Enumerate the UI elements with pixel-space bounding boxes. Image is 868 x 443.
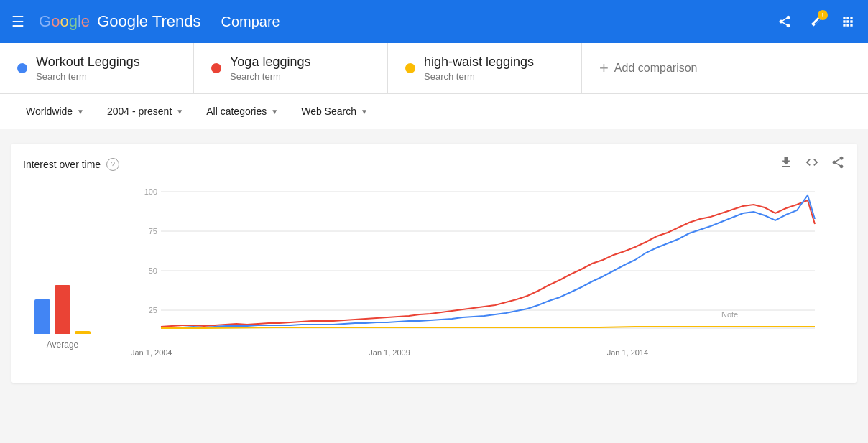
highwaist-leggings-name: high-waist leggings xyxy=(424,55,534,70)
avg-bar-yoga xyxy=(55,285,70,334)
notification-icon[interactable]: ! xyxy=(808,13,825,30)
category-filter[interactable]: All categories ▼ xyxy=(198,100,287,123)
search-terms-bar: Workout Leggings Search term Yoga leggin… xyxy=(0,43,868,94)
region-filter[interactable]: Worldwide ▼ xyxy=(17,100,93,123)
chart-title-area: Interest over time ? xyxy=(23,158,119,171)
x-label-2004: Jan 1, 2004 xyxy=(131,348,172,357)
chart-header: Interest over time ? xyxy=(23,155,845,173)
x-axis-labels: Jan 1, 2004 Jan 1, 2009 Jan 1, 2014 xyxy=(102,348,845,357)
avg-label: Average xyxy=(47,340,78,350)
add-comparison-label: Add comparison xyxy=(614,62,698,75)
x-label-2014: Jan 1, 2014 xyxy=(607,348,649,357)
svg-text:50: 50 xyxy=(149,266,157,275)
chart-help-icon[interactable]: ? xyxy=(106,158,119,171)
main-content: Interest over time ? xyxy=(0,129,868,397)
avg-bar-workout xyxy=(34,299,50,334)
trend-chart-svg: 100 75 50 25 Note xyxy=(102,185,845,342)
svg-text:75: 75 xyxy=(149,227,157,236)
yoga-leggings-name: Yoga leggings xyxy=(230,55,310,70)
category-filter-label: All categories xyxy=(206,106,267,117)
chart-main: 100 75 50 25 Note Jan 1, 2004 J xyxy=(102,185,845,371)
add-comparison-button[interactable]: + Add comparison xyxy=(582,47,714,89)
chart-area: Average 100 75 50 25 xyxy=(23,185,845,371)
note-text: Note xyxy=(721,310,738,319)
search-type-filter[interactable]: Web Search ▼ xyxy=(292,100,377,123)
menu-icon[interactable]: ☰ xyxy=(11,13,24,30)
download-icon[interactable] xyxy=(779,155,793,173)
workout-leggings-name: Workout Leggings xyxy=(36,55,140,70)
search-type-filter-label: Web Search xyxy=(301,106,356,117)
embed-icon[interactable] xyxy=(805,155,819,173)
chart-section: Interest over time ? xyxy=(11,144,857,383)
yoga-leggings-line xyxy=(161,200,815,327)
search-type-filter-arrow: ▼ xyxy=(361,108,368,116)
average-bars xyxy=(34,276,91,334)
highwaist-leggings-dot xyxy=(405,63,415,73)
time-filter-label: 2004 - present xyxy=(107,106,172,117)
svg-text:25: 25 xyxy=(149,306,157,314)
header-icons: ! xyxy=(776,13,857,30)
chart-actions xyxy=(779,155,845,173)
yoga-leggings-dot xyxy=(211,63,221,73)
region-filter-label: Worldwide xyxy=(26,106,73,117)
logo: Google Google Trends xyxy=(39,12,200,31)
avg-bar-highwaist xyxy=(75,331,91,334)
workout-leggings-dot xyxy=(17,63,27,73)
time-filter[interactable]: 2004 - present ▼ xyxy=(98,100,192,123)
filter-bar: Worldwide ▼ 2004 - present ▼ All categor… xyxy=(0,94,868,129)
add-comparison-plus-icon: + xyxy=(599,59,609,78)
chart-left-panel: Average xyxy=(23,185,102,371)
share-chart-icon[interactable] xyxy=(831,155,845,173)
compare-label: Compare xyxy=(221,14,280,30)
share-icon[interactable] xyxy=(776,13,793,30)
search-term-yoga-leggings[interactable]: Yoga leggings Search term xyxy=(194,43,388,93)
x-label-2009: Jan 1, 2009 xyxy=(369,348,410,357)
time-filter-arrow: ▼ xyxy=(176,108,183,116)
category-filter-arrow: ▼ xyxy=(271,108,278,116)
search-term-highwaist-leggings[interactable]: high-waist leggings Search term xyxy=(388,43,582,93)
yoga-leggings-type: Search term xyxy=(230,71,310,82)
chart-title: Interest over time xyxy=(23,159,101,170)
workout-leggings-type: Search term xyxy=(36,71,140,82)
header: ☰ Google Google Trends Compare ! xyxy=(0,0,868,43)
highwaist-leggings-type: Search term xyxy=(424,71,534,82)
svg-text:100: 100 xyxy=(144,187,157,196)
region-filter-arrow: ▼ xyxy=(77,108,84,116)
search-term-workout-leggings[interactable]: Workout Leggings Search term xyxy=(0,43,194,93)
apps-icon[interactable] xyxy=(839,13,857,30)
